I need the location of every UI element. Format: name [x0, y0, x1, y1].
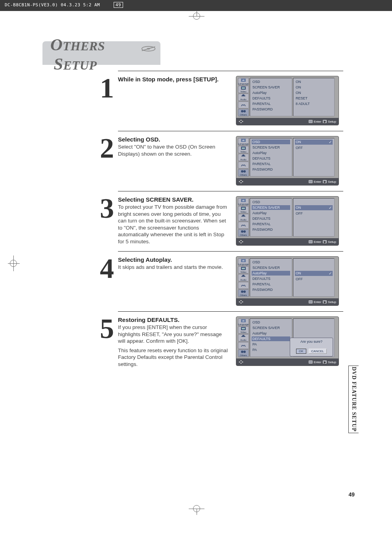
menu-item[interactable]: SCREEN SAVER [252, 265, 290, 270]
menu-value[interactable]: ON✓ [295, 205, 333, 210]
osd-tab-language[interactable]: abLanguage [238, 78, 249, 85]
menu-item[interactable]: SCREEN SAVER [252, 325, 290, 330]
osd-value-list: ON✓OFF [293, 138, 335, 176]
svg-marker-20 [240, 182, 242, 184]
osd-tab-blank[interactable] [238, 282, 249, 289]
menu-item[interactable]: DEFAULTS [252, 276, 290, 281]
enter-icon [309, 300, 313, 303]
tab-icon: ab [241, 198, 246, 202]
osd-tab-video[interactable]: Video [238, 146, 249, 153]
menu-value[interactable]: ON [295, 85, 333, 90]
menu-item[interactable]: SCREEN SAVER [252, 205, 290, 210]
svg-marker-11 [239, 121, 240, 122]
svg-marker-51 [239, 361, 240, 363]
tab-icon [241, 290, 246, 294]
menu-item[interactable]: SCREEN SAVER [252, 145, 290, 150]
menu-value[interactable]: OFF [295, 145, 333, 150]
svg-text:ab: ab [242, 320, 245, 322]
menu-item[interactable]: DEFAULTS [252, 336, 290, 341]
osd-tab-blank[interactable] [238, 342, 249, 349]
tab-icon [241, 266, 246, 270]
check-icon: ✓ [329, 271, 332, 276]
osd-tab-language[interactable]: abLanguage [238, 138, 249, 145]
svg-text:ab: ab [242, 259, 245, 262]
menu-item[interactable]: DEFAULTS [252, 156, 290, 161]
menu-item[interactable]: PASSWORD [252, 287, 290, 292]
nav-arrows-icon [239, 300, 243, 304]
osd-footer: EnterSetup [236, 178, 339, 185]
ok-button[interactable]: OK [296, 349, 306, 354]
menu-item[interactable]: DEFAULTS [252, 96, 290, 101]
cancel-button[interactable]: CANCEL [309, 349, 327, 354]
osd-tab-others[interactable]: Others [238, 109, 249, 116]
osd-tab-audio[interactable]: Audio [238, 94, 249, 101]
tab-icon: ab [241, 78, 246, 82]
menu-item[interactable]: PASSWORD [252, 227, 290, 232]
menu-item[interactable]: PARENTAL [252, 101, 290, 106]
menu-value[interactable]: 8 ADULT [295, 101, 333, 106]
osd-tab-language[interactable]: abLanguage [238, 258, 249, 266]
menu-item[interactable]: PA [252, 347, 290, 352]
setup-hint: Setup [323, 120, 336, 123]
osd-tab-strip: abLanguageVideoAudioOthers [238, 138, 249, 176]
osd-menu-list: OSDSCREEN SAVERAutoPlayDEFAULTSPARENTALP… [250, 258, 292, 297]
osd-tab-video[interactable]: Video [238, 86, 249, 93]
osd-tab-audio[interactable]: Audio [238, 334, 249, 342]
menu-item[interactable]: PASSWORD [252, 167, 290, 172]
menu-item[interactable]: AutoPlay [252, 271, 290, 276]
menu-value[interactable]: ON✓ [295, 271, 333, 276]
menu-item[interactable]: AutoPlay [252, 151, 290, 155]
osd-tab-others[interactable]: Others [238, 289, 249, 297]
osd-tab-video[interactable]: Video [238, 326, 249, 334]
osd-tab-language[interactable]: abLanguage [238, 198, 249, 206]
menu-item[interactable]: OSD [252, 260, 290, 265]
menu-item[interactable]: AutoPlay [252, 90, 290, 95]
osd-tab-video[interactable]: Video [238, 206, 249, 213]
step-number: 4 [100, 259, 114, 278]
osd-tab-others[interactable]: Others [238, 349, 249, 357]
osd-tab-others[interactable]: Others [238, 169, 249, 176]
menu-item[interactable]: AutoPlay [252, 331, 290, 336]
svg-rect-36 [242, 268, 245, 269]
menu-item[interactable]: PA [252, 342, 290, 347]
menu-item[interactable]: PARENTAL [252, 282, 290, 287]
osd-tab-blank[interactable] [238, 101, 249, 108]
menu-item[interactable]: AutoPlay [252, 211, 290, 215]
enter-hint: Enter [309, 300, 321, 304]
menu-value[interactable]: ON [295, 90, 333, 95]
page-title: OTHERS SETUP [50, 35, 139, 74]
osd-tab-blank[interactable] [238, 162, 249, 169]
osd-tab-audio[interactable]: Audio [238, 214, 249, 221]
step-title: Selecting SCREEN SAVER. [118, 196, 230, 203]
menu-item[interactable]: PARENTAL [252, 162, 290, 166]
doc-id: DC-B8CB1N-PS(VE3.0) 04.3.23 5:2 AM [5, 2, 100, 7]
osd-tab-blank[interactable] [238, 222, 249, 229]
menu-item[interactable]: DEFAULTS [252, 216, 290, 221]
osd-tab-audio[interactable]: Audio [238, 274, 249, 281]
svg-marker-19 [240, 180, 242, 181]
setup-icon [323, 360, 327, 364]
menu-value[interactable]: OFF [295, 211, 333, 216]
svg-point-47 [241, 351, 243, 353]
osd-tab-others[interactable]: Others [238, 229, 249, 237]
tab-icon [241, 335, 246, 338]
menu-item[interactable]: PASSWORD [252, 107, 290, 112]
enter-hint: Enter [309, 240, 321, 244]
osd-value-list: ON✓OFF [293, 198, 335, 237]
osd-tab-video[interactable]: Video [238, 266, 249, 274]
menu-value[interactable]: OFF [295, 277, 333, 281]
tab-icon [241, 350, 246, 354]
menu-item[interactable]: PARENTAL [252, 222, 290, 226]
osd-tab-language[interactable]: abLanguage [238, 318, 249, 326]
menu-value[interactable]: ON [295, 79, 333, 84]
osd-screenshot: abLanguageVideoAudioOthersOSDSCREEN SAVE… [236, 196, 339, 246]
menu-item[interactable]: OSD [252, 200, 290, 204]
menu-item[interactable]: OSD [252, 79, 290, 84]
menu-value[interactable]: RESET [295, 96, 333, 101]
tab-icon [241, 214, 246, 218]
menu-item[interactable]: SCREEN SAVER [252, 85, 290, 90]
osd-tab-audio[interactable]: Audio [238, 154, 249, 161]
menu-value[interactable]: ON✓ [295, 140, 333, 145]
menu-item[interactable]: OSD [252, 320, 290, 325]
menu-item[interactable]: OSD [252, 140, 290, 144]
